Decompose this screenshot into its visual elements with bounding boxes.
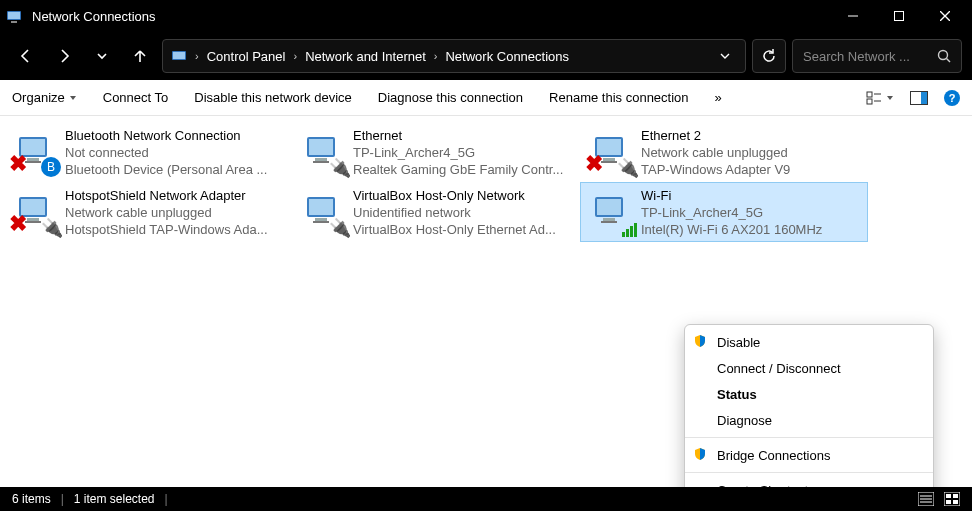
adapter-icon: 🔌 [299, 187, 347, 235]
maximize-button[interactable] [876, 0, 922, 32]
signal-bars-icon [622, 223, 637, 237]
svg-rect-48 [946, 500, 951, 504]
search-input[interactable]: Search Network ... [792, 39, 962, 73]
minimize-button[interactable] [830, 0, 876, 32]
svg-rect-47 [953, 494, 958, 498]
disable-device-button[interactable]: Disable this network device [194, 90, 352, 105]
recent-locations-button[interactable] [86, 40, 118, 72]
svg-rect-40 [601, 221, 617, 223]
status-item-count: 6 items [12, 492, 51, 506]
statusbar: 6 items | 1 item selected | [0, 487, 972, 511]
svg-point-9 [939, 51, 948, 60]
app-icon [4, 6, 24, 26]
adapter-name: Wi-Fi [641, 187, 861, 204]
chevron-right-icon[interactable]: › [434, 50, 438, 62]
menu-status[interactable]: Status [685, 381, 933, 407]
adapter-item[interactable]: 🔌EthernetTP-Link_Archer4_5GRealtek Gamin… [292, 122, 580, 182]
disconnected-x-icon: ✖ [585, 151, 603, 177]
adapter-status: TP-Link_Archer4_5G [353, 144, 573, 161]
adapter-text: EthernetTP-Link_Archer4_5GRealtek Gaming… [353, 127, 573, 178]
svg-rect-31 [27, 218, 39, 221]
statusbar-sep: | [165, 492, 168, 506]
diagnose-button[interactable]: Diagnose this connection [378, 90, 523, 105]
adapter-device: Realtek Gaming GbE Family Contr... [353, 161, 573, 178]
cable-icon: 🔌 [329, 157, 351, 179]
address-history-dropdown[interactable] [713, 50, 737, 62]
adapter-text: Bluetooth Network ConnectionNot connecte… [65, 127, 285, 178]
svg-rect-4 [895, 12, 904, 21]
cable-icon: 🔌 [41, 217, 63, 239]
adapter-text: Wi-FiTP-Link_Archer4_5GIntel(R) Wi-Fi 6 … [641, 187, 861, 238]
menu-separator [685, 472, 933, 473]
status-selected-count: 1 item selected [74, 492, 155, 506]
adapter-name: VirtualBox Host-Only Network [353, 187, 573, 204]
svg-rect-8 [173, 52, 185, 59]
adapter-text: HotspotShield Network AdapterNetwork cab… [65, 187, 285, 238]
back-button[interactable] [10, 40, 42, 72]
up-button[interactable] [124, 40, 156, 72]
adapter-status: Unidentified network [353, 204, 573, 221]
adapter-text: VirtualBox Host-Only NetworkUnidentified… [353, 187, 573, 238]
rename-connection-button[interactable]: Rename this connection [549, 90, 688, 105]
svg-rect-34 [309, 199, 333, 215]
menu-bridge[interactable]: Bridge Connections [685, 442, 933, 468]
svg-rect-19 [27, 158, 39, 161]
menu-diagnose[interactable]: Diagnose [685, 407, 933, 433]
content-area: ✖BBluetooth Network ConnectionNot connec… [0, 116, 972, 487]
adapter-grid: ✖BBluetooth Network ConnectionNot connec… [0, 116, 972, 248]
adapter-icon: 🔌 [299, 127, 347, 175]
adapter-status: Network cable unplugged [65, 204, 285, 221]
large-icons-view-button[interactable] [944, 492, 960, 506]
adapter-device: VirtualBox Host-Only Ethernet Ad... [353, 221, 573, 238]
breadcrumb-control-panel[interactable]: Control Panel [207, 49, 286, 64]
svg-rect-46 [946, 494, 951, 498]
svg-rect-49 [953, 500, 958, 504]
svg-rect-11 [867, 92, 872, 97]
breadcrumb-network-connections[interactable]: Network Connections [445, 49, 569, 64]
search-placeholder: Search Network ... [803, 49, 929, 64]
svg-rect-23 [315, 158, 327, 161]
window-title: Network Connections [32, 9, 830, 24]
svg-rect-12 [867, 99, 872, 104]
connect-to-button[interactable]: Connect To [103, 90, 169, 105]
adapter-text: Ethernet 2Network cable unpluggedTAP-Win… [641, 127, 861, 178]
organize-button[interactable]: Organize [12, 90, 77, 105]
menu-disable[interactable]: Disable [685, 329, 933, 355]
breadcrumb-network-internet[interactable]: Network and Internet [305, 49, 426, 64]
adapter-name: Ethernet [353, 127, 573, 144]
address-bar[interactable]: › Control Panel › Network and Internet ›… [162, 39, 746, 73]
preview-pane-button[interactable] [910, 91, 928, 105]
adapter-device: Intel(R) Wi-Fi 6 AX201 160MHz [641, 221, 861, 238]
shield-icon [693, 334, 707, 348]
adapter-item[interactable]: ✖🔌Ethernet 2Network cable unpluggedTAP-W… [580, 122, 868, 182]
svg-rect-39 [603, 218, 615, 221]
menu-create-shortcut[interactable]: Create Shortcut [685, 477, 933, 487]
adapter-item[interactable]: ✖BBluetooth Network ConnectionNot connec… [4, 122, 292, 182]
adapter-icon: ✖B [11, 127, 59, 175]
adapter-item[interactable]: ✖🔌HotspotShield Network AdapterNetwork c… [4, 182, 292, 242]
svg-rect-32 [25, 221, 41, 223]
view-options-button[interactable] [866, 90, 894, 106]
titlebar: Network Connections [0, 0, 972, 32]
adapter-status: Not connected [65, 144, 285, 161]
details-view-button[interactable] [918, 492, 934, 506]
adapter-item[interactable]: 🔌VirtualBox Host-Only NetworkUnidentifie… [292, 182, 580, 242]
menu-connect-disconnect[interactable]: Connect / Disconnect [685, 355, 933, 381]
svg-rect-22 [309, 139, 333, 155]
svg-rect-24 [313, 161, 329, 163]
chevron-right-icon[interactable]: › [293, 50, 297, 62]
adapter-item[interactable]: Wi-FiTP-Link_Archer4_5GIntel(R) Wi-Fi 6 … [580, 182, 868, 242]
svg-rect-20 [25, 161, 41, 163]
adapter-device: HotspotShield TAP-Windows Ada... [65, 221, 285, 238]
command-bar: Organize Connect To Disable this network… [0, 80, 972, 116]
cable-icon: 🔌 [329, 217, 351, 239]
adapter-device: TAP-Windows Adapter V9 [641, 161, 861, 178]
forward-button[interactable] [48, 40, 80, 72]
window-controls [830, 0, 968, 32]
refresh-button[interactable] [752, 39, 786, 73]
close-button[interactable] [922, 0, 968, 32]
chevron-right-icon[interactable]: › [195, 50, 199, 62]
overflow-button[interactable]: » [715, 90, 722, 105]
search-icon [937, 49, 951, 63]
help-button[interactable]: ? [944, 90, 960, 106]
